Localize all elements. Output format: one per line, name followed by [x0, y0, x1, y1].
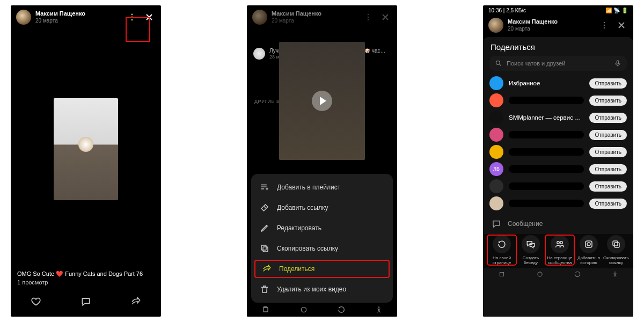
close-button[interactable]	[379, 11, 392, 24]
action-add-story[interactable]: Добавить в историю	[574, 235, 603, 265]
trash-icon	[260, 284, 269, 294]
search-icon	[495, 60, 502, 67]
accessibility-icon[interactable]	[612, 271, 618, 277]
share-actions: На своей странице Создать беседу На стра…	[483, 234, 633, 268]
svg-point-0	[131, 14, 133, 16]
svg-point-15	[557, 241, 560, 244]
share-icon[interactable]	[130, 296, 141, 307]
action-create-chat[interactable]: Создать беседу	[516, 235, 545, 265]
search-input[interactable]: Поиск чатов и друзей	[489, 56, 627, 71]
send-button[interactable]: Отправить	[589, 164, 627, 174]
comment-icon	[492, 219, 501, 229]
group-icon	[555, 239, 565, 249]
contact-row[interactable]: Отправить	[489, 145, 627, 159]
story-header: Максим Пащенко 20 марта	[247, 5, 397, 29]
contact-avatar	[489, 76, 503, 90]
send-button[interactable]: Отправить	[589, 78, 627, 89]
story-header: Максим Пащенко 20 марта	[483, 13, 633, 37]
menu-add-to-playlist[interactable]: Добавить в плейлист	[251, 177, 393, 197]
author-name[interactable]: Максим Пащенко	[35, 10, 121, 17]
author-name[interactable]: Максим Пащенко	[508, 18, 594, 25]
video-preview[interactable]	[279, 42, 365, 160]
video-area[interactable]	[11, 29, 161, 270]
close-button[interactable]	[615, 19, 628, 32]
chat-icon	[526, 239, 536, 249]
contact-row[interactable]: ЛВОтправить	[489, 162, 627, 176]
more-vertical-icon	[364, 13, 372, 21]
svg-point-18	[587, 243, 590, 246]
home-icon[interactable]	[299, 305, 308, 314]
more-options-button[interactable]	[598, 19, 611, 32]
send-button[interactable]: Отправить	[589, 181, 627, 192]
menu-share[interactable]: Поделиться	[253, 259, 391, 279]
svg-point-5	[368, 19, 369, 21]
svg-rect-17	[586, 241, 592, 247]
accessibility-icon[interactable]	[375, 306, 383, 313]
svg-rect-6	[263, 247, 268, 252]
send-button[interactable]: Отправить	[589, 130, 627, 140]
contact-row[interactable]: Отправить	[489, 196, 627, 210]
close-icon	[617, 21, 626, 30]
recents-icon[interactable]	[261, 305, 270, 314]
svg-point-3	[368, 14, 369, 16]
action-copy-link[interactable]: Скопировать ссылку	[603, 235, 629, 265]
svg-point-13	[496, 61, 500, 64]
author-name[interactable]: Максим Пащенко	[272, 10, 357, 17]
avatar[interactable]	[252, 10, 267, 25]
redacted-name	[509, 131, 584, 138]
screenshot-1: Максим Пащенко 20 марта OMG So Cute ❤️ F…	[11, 5, 161, 317]
play-icon	[320, 97, 326, 105]
avatar[interactable]	[488, 18, 503, 33]
action-community-page[interactable]: На странице сообщества	[545, 235, 574, 265]
comment-icon[interactable]	[80, 296, 91, 307]
svg-point-11	[604, 25, 605, 26]
more-options-button[interactable]	[362, 11, 375, 24]
contact-row[interactable]: Отправить	[489, 179, 627, 193]
share-title: Поделиться	[483, 37, 633, 56]
action-bar	[11, 289, 161, 317]
recents-icon[interactable]	[498, 270, 506, 278]
contact-row[interactable]: SMMplanner — сервис отло…Отправить	[489, 111, 627, 125]
play-button[interactable]	[312, 91, 332, 111]
android-nav-bar	[483, 268, 633, 280]
send-button[interactable]: Отправить	[589, 147, 627, 157]
share-sheet: Поделиться Поиск чатов и друзей Избранно…	[483, 37, 633, 317]
menu-add-link[interactable]: Добавить ссылку	[251, 197, 393, 218]
contact-avatar	[489, 145, 503, 159]
svg-rect-19	[614, 243, 619, 247]
back-icon[interactable]	[337, 305, 346, 314]
refresh-icon	[497, 239, 507, 249]
redacted-name	[509, 148, 584, 156]
back-icon[interactable]	[574, 270, 581, 278]
android-nav-bar	[247, 303, 397, 317]
playlist-add-icon	[260, 182, 269, 192]
svg-point-16	[560, 241, 563, 244]
contact-row[interactable]: Отправить	[489, 128, 627, 142]
mic-icon[interactable]	[614, 60, 621, 67]
home-icon[interactable]	[536, 270, 544, 278]
net-speed: 2,5 КБ/с	[506, 8, 526, 13]
contact-avatar	[489, 179, 503, 193]
like-icon[interactable]	[31, 296, 41, 307]
send-button[interactable]: Отправить	[589, 96, 627, 106]
svg-point-4	[368, 17, 369, 18]
menu-delete[interactable]: Удалить из моих видео	[251, 279, 393, 299]
message-input[interactable]: Сообщение	[483, 214, 633, 234]
contact-row[interactable]: ИзбранноеОтправить	[489, 76, 627, 90]
options-sheet: Добавить в плейлист Добавить ссылку Реда…	[251, 174, 393, 303]
close-icon	[381, 13, 390, 21]
contact-list: ИзбранноеОтправитьОтправитьSMMplanner — …	[483, 76, 633, 214]
contact-avatar	[489, 128, 503, 142]
post-date: 20 марта	[508, 26, 594, 32]
svg-point-21	[538, 272, 542, 276]
svg-rect-14	[617, 61, 619, 64]
contact-row[interactable]: Отправить	[489, 93, 627, 107]
menu-copy-link[interactable]: Скопировать ссылку	[251, 238, 393, 259]
status-bar: 10:36 | 2,5 КБ/с 📶 📡 🔋	[483, 5, 633, 13]
send-button[interactable]: Отправить	[589, 199, 627, 209]
action-own-page[interactable]: На своей странице	[487, 235, 516, 265]
avatar[interactable]	[16, 10, 31, 25]
svg-rect-20	[613, 241, 618, 246]
menu-edit[interactable]: Редактировать	[251, 218, 393, 238]
send-button[interactable]: Отправить	[589, 113, 627, 123]
